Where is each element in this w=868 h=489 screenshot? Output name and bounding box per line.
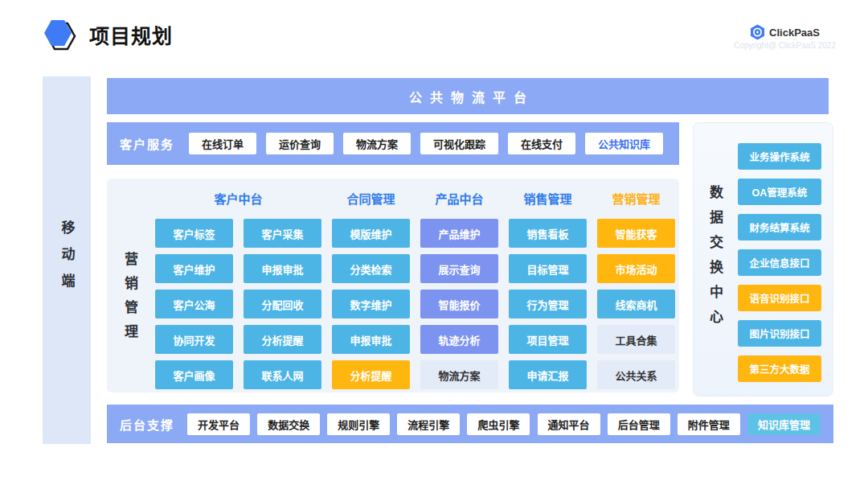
customer-service-button[interactable]: 运价查询 bbox=[266, 133, 334, 154]
module-button[interactable]: 分配回收 bbox=[244, 290, 321, 318]
backend-button[interactable]: 数据交换 bbox=[257, 413, 320, 435]
grid-column-header: 客户中台 bbox=[155, 190, 321, 207]
grid-column-header: 销售管理 bbox=[509, 190, 587, 207]
backend-support-label: 后台支撑 bbox=[120, 416, 174, 433]
customer-service-button[interactable]: 在线订单 bbox=[189, 133, 256, 154]
marketing-side-label-wrap: 营销管理 bbox=[120, 220, 140, 380]
module-button[interactable]: 客户公海 bbox=[155, 290, 233, 318]
backend-support-band: 后台支撑 开发平台数据交换规则引擎流程引擎爬虫引擎通知平台后台管理附件管理知识库… bbox=[107, 405, 833, 443]
customer-service-button[interactable]: 可视化跟踪 bbox=[420, 133, 498, 154]
page-header: 项目规划 bbox=[43, 18, 173, 51]
page-title: 项目规划 bbox=[89, 20, 173, 49]
grid-cells: 客户标签客户采集模版维护产品维护销售看板智能获客客户维护申报审批分类检索展示查询… bbox=[155, 219, 675, 389]
grid-headers: 客户中台合同管理产品中台销售管理营销管理 bbox=[155, 190, 675, 207]
module-button[interactable]: 线索商机 bbox=[597, 290, 675, 318]
module-button[interactable]: 智能报价 bbox=[420, 290, 498, 318]
data-exchange-side-label: 数据交换中心 bbox=[705, 185, 725, 335]
backend-button[interactable]: 规则引擎 bbox=[327, 413, 390, 435]
interface-button[interactable]: 财务结算系统 bbox=[738, 214, 821, 240]
customer-service-band: 客户服务 在线订单运价查询物流方案可视化跟踪在线支付公共知识库 bbox=[107, 122, 679, 165]
module-button[interactable]: 分析提醒 bbox=[244, 325, 321, 354]
module-button[interactable]: 轨迹分析 bbox=[420, 325, 498, 354]
interface-button[interactable]: 第三方大数据 bbox=[738, 355, 821, 382]
backend-button[interactable]: 通知平台 bbox=[538, 413, 600, 435]
data-exchange-items: 业务操作系统OA管理系统财务结算系统企业信息接口语音识别接口图片识别接口第三方大… bbox=[738, 143, 821, 382]
data-exchange-label-wrap: 数据交换中心 bbox=[705, 123, 725, 396]
backend-button[interactable]: 知识库管理 bbox=[747, 413, 821, 435]
data-exchange-panel: 数据交换中心 业务操作系统OA管理系统财务结算系统企业信息接口语音识别接口图片识… bbox=[693, 122, 833, 397]
module-button[interactable]: 协同开发 bbox=[155, 325, 233, 354]
interface-button[interactable]: OA管理系统 bbox=[738, 179, 821, 205]
module-button[interactable]: 物流方案 bbox=[420, 360, 498, 389]
module-button[interactable]: 客户标签 bbox=[155, 219, 233, 248]
grid-column-header: 合同管理 bbox=[332, 190, 410, 207]
mobile-side-label: 移动端 bbox=[57, 220, 77, 300]
module-button[interactable]: 分类检索 bbox=[332, 254, 410, 283]
module-button[interactable]: 申请汇报 bbox=[509, 360, 587, 389]
module-button[interactable]: 销售看板 bbox=[509, 219, 587, 248]
marketing-grid-panel: 客户中台合同管理产品中台销售管理营销管理 营销管理 客户标签客户采集模版维护产品… bbox=[107, 179, 679, 392]
interface-button[interactable]: 语音识别接口 bbox=[738, 285, 821, 311]
module-button[interactable]: 目标管理 bbox=[509, 254, 587, 283]
interface-button[interactable]: 图片识别接口 bbox=[738, 320, 821, 347]
module-button[interactable]: 数字维护 bbox=[332, 290, 410, 318]
customer-service-button[interactable]: 物流方案 bbox=[343, 133, 411, 154]
module-button[interactable]: 项目管理 bbox=[509, 325, 587, 354]
module-button[interactable]: 联系人网 bbox=[244, 360, 321, 389]
brand-copyright: Copyright@ ClickPaaS 2022 bbox=[734, 41, 836, 50]
backend-button[interactable]: 流程引擎 bbox=[397, 413, 460, 435]
module-button[interactable]: 申报审批 bbox=[244, 254, 321, 283]
brand-name: ClickPaaS bbox=[769, 27, 820, 39]
mobile-side-bar: 移动端 bbox=[43, 76, 91, 444]
module-button[interactable]: 公共关系 bbox=[597, 360, 675, 389]
marketing-side-label: 营销管理 bbox=[120, 252, 140, 348]
module-button[interactable]: 工具合集 bbox=[597, 325, 675, 354]
backend-button[interactable]: 爬虫引擎 bbox=[467, 413, 530, 435]
module-button[interactable]: 客户画像 bbox=[155, 360, 233, 389]
page: 项目规划 ClickPaaS Copyright@ ClickPaaS 2022… bbox=[0, 0, 868, 489]
clickpaas-logo-icon bbox=[750, 24, 765, 40]
platform-banner: 公共物流平台 bbox=[107, 78, 829, 114]
platform-banner-label: 公共物流平台 bbox=[401, 87, 534, 106]
customer-service-button[interactable]: 公共知识库 bbox=[585, 133, 663, 154]
grid-column-header: 营销管理 bbox=[597, 190, 675, 207]
backend-button[interactable]: 后台管理 bbox=[608, 413, 670, 435]
interface-button[interactable]: 企业信息接口 bbox=[738, 249, 821, 276]
module-button[interactable]: 分析提醒 bbox=[332, 360, 410, 389]
module-button[interactable]: 申报审批 bbox=[332, 325, 410, 354]
module-button[interactable]: 市场活动 bbox=[597, 254, 675, 283]
module-button[interactable]: 客户采集 bbox=[244, 219, 321, 248]
module-button[interactable]: 模版维护 bbox=[332, 219, 410, 248]
customer-service-label: 客户服务 bbox=[120, 135, 174, 152]
backend-support-items: 开发平台数据交换规则引擎流程引擎爬虫引擎通知平台后台管理附件管理知识库管理 bbox=[187, 413, 821, 435]
module-button[interactable]: 智能获客 bbox=[597, 219, 675, 248]
module-button[interactable]: 展示查询 bbox=[420, 254, 498, 283]
module-button[interactable]: 产品维护 bbox=[420, 219, 498, 248]
backend-button[interactable]: 开发平台 bbox=[187, 413, 250, 435]
hexagon-logo-icon bbox=[43, 18, 78, 51]
customer-service-items: 在线订单运价查询物流方案可视化跟踪在线支付公共知识库 bbox=[189, 133, 663, 154]
grid-column-header: 产品中台 bbox=[420, 190, 498, 207]
brand-block: ClickPaaS Copyright@ ClickPaaS 2022 bbox=[734, 24, 836, 50]
interface-button[interactable]: 业务操作系统 bbox=[738, 143, 821, 170]
backend-button[interactable]: 附件管理 bbox=[678, 413, 740, 435]
module-button[interactable]: 客户维护 bbox=[155, 254, 233, 283]
module-button[interactable]: 行为管理 bbox=[509, 290, 587, 318]
customer-service-button[interactable]: 在线支付 bbox=[508, 133, 575, 154]
